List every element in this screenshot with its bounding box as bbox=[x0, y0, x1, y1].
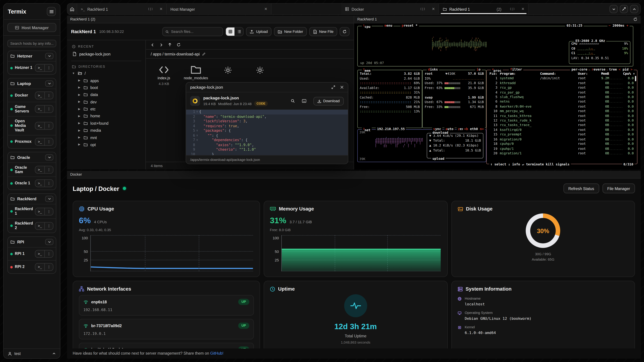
host-menu-button[interactable]: ⋮ bbox=[44, 222, 53, 229]
group-header[interactable]: Laptop bbox=[8, 78, 56, 89]
host-manager-button[interactable]: Host Manager bbox=[8, 23, 56, 32]
process-row[interactable]: 6netnsroot0B.........0.0 bbox=[487, 99, 637, 104]
open-terminal-button[interactable]: >_ bbox=[36, 106, 44, 113]
refresh-files-button[interactable] bbox=[340, 27, 350, 36]
tab-racknerd-1[interactable]: >_RackNerd 1⟨|⟩✕ bbox=[77, 4, 167, 14]
process-row[interactable]: 1systemd/sbin/initroot9.2M.........0.0 bbox=[487, 76, 637, 81]
code-preview[interactable]: 1∨{2 "name": "termix-download-api",3 "lo… bbox=[186, 110, 348, 155]
group-header[interactable]: Hetzner bbox=[8, 51, 56, 61]
host-row[interactable]: RPI 1>_⋮ bbox=[8, 247, 56, 260]
host-row[interactable]: Proxmox>_⋮ bbox=[8, 135, 56, 148]
refresh-icon[interactable] bbox=[176, 43, 180, 47]
group-header[interactable]: RackNerd bbox=[8, 194, 56, 204]
expand-modal-button[interactable] bbox=[332, 85, 335, 89]
tree-item-etc[interactable]: ▶etc bbox=[67, 105, 146, 113]
process-row[interactable]: 18cpuhp/0root0B.........0.0 bbox=[487, 142, 637, 146]
host-menu-button[interactable]: ⋮ bbox=[44, 264, 53, 271]
process-row[interactable]: 3rcu_gproot0B.........0.0 bbox=[487, 85, 637, 90]
tree-item-apps[interactable]: ▶apps bbox=[67, 77, 146, 84]
grid-view-button[interactable] bbox=[226, 27, 234, 36]
open-terminal-button[interactable]: >_ bbox=[36, 138, 44, 145]
new-file-button[interactable]: New File bbox=[309, 27, 337, 36]
process-row[interactable]: 10mm_percpu_wqroot0B.........0.0 bbox=[487, 109, 637, 114]
open-terminal-button[interactable]: >_ bbox=[36, 92, 44, 99]
host-menu-button[interactable]: ⋮ bbox=[44, 138, 53, 145]
group-collapse-button[interactable] bbox=[45, 53, 53, 59]
tree-item-data[interactable]: ▶data bbox=[67, 91, 146, 98]
process-row[interactable]: 14ksoftirqd/0root0B.........0.0 bbox=[487, 128, 637, 132]
host-row[interactable]: Docker>_⋮ bbox=[8, 89, 56, 102]
host-menu-button[interactable]: ⋮ bbox=[44, 106, 53, 113]
host-row[interactable]: Oracle Sam>_⋮ bbox=[8, 162, 56, 177]
back-icon[interactable] bbox=[151, 43, 154, 46]
open-terminal-button[interactable]: >_ bbox=[36, 166, 44, 173]
open-terminal-button[interactable]: >_ bbox=[36, 264, 44, 271]
host-search-input[interactable] bbox=[8, 40, 56, 47]
process-row[interactable]: 2kthreaddroot0B.........0.0 bbox=[487, 81, 637, 85]
process-row[interactable]: 11rcu_tasks_kthrearoot0B.........0.0 bbox=[487, 114, 637, 118]
fold-arrow-icon[interactable]: ∨ bbox=[195, 110, 199, 114]
fold-arrow-icon[interactable]: ∨ bbox=[195, 138, 199, 143]
interface-br-73718f7a09d2[interactable]: br-73718f7a09d2UP172.19.0.1 bbox=[79, 319, 254, 339]
host-row[interactable]: Game Servers>_⋮ bbox=[8, 102, 56, 116]
process-row[interactable]: 4rcu_par_gproot0B.........0.0 bbox=[487, 90, 637, 95]
list-view-button[interactable] bbox=[234, 27, 243, 36]
open-terminal-button[interactable]: >_ bbox=[36, 180, 44, 187]
tab-host-manager[interactable]: Host Manager✕ bbox=[167, 4, 271, 14]
group-collapse-button[interactable] bbox=[45, 239, 53, 245]
file-item-index.js[interactable]: index.js4.3 KB bbox=[153, 65, 174, 86]
tree-item-mnt[interactable]: ▶mnt bbox=[67, 134, 146, 141]
tree-root[interactable]: ▼/ bbox=[67, 70, 146, 77]
open-terminal-button[interactable]: >_ bbox=[36, 122, 44, 129]
host-row[interactable]: RackNerd 1>_⋮ bbox=[8, 204, 56, 218]
group-collapse-button[interactable] bbox=[45, 80, 53, 87]
refresh-status-button[interactable]: Refresh Status bbox=[563, 184, 599, 193]
host-row[interactable]: RPI 2>_⋮ bbox=[8, 260, 56, 273]
process-row[interactable]: 16migration/0root0B.........0.0 bbox=[487, 137, 637, 142]
open-terminal-button[interactable]: >_ bbox=[36, 222, 44, 229]
open-terminal-button[interactable]: >_ bbox=[36, 250, 44, 257]
proc-scrollbar[interactable] bbox=[635, 76, 636, 81]
sidebar-menu-button[interactable] bbox=[47, 7, 56, 16]
process-row[interactable]: 20migration/1root0B.........0.0 bbox=[487, 151, 637, 156]
up-icon[interactable] bbox=[168, 43, 172, 47]
file-search[interactable] bbox=[162, 27, 223, 36]
host-row[interactable]: Open Media Vault>_⋮ bbox=[8, 116, 56, 135]
split-tab-icon[interactable]: ⟨|⟩ bbox=[148, 7, 153, 11]
quick-launch-button[interactable] bbox=[620, 5, 628, 13]
split-tab-icon[interactable]: ⟨|⟩ bbox=[510, 7, 515, 11]
process-row[interactable]: 15rcu_preemptroot0B.........0.0 bbox=[487, 132, 637, 137]
split-tab-icon[interactable]: ⟨|⟩ bbox=[420, 7, 425, 11]
tree-item-home[interactable]: ▶home bbox=[67, 113, 146, 120]
tree-item-boot[interactable]: ▶boot bbox=[67, 84, 146, 91]
forward-icon[interactable] bbox=[159, 43, 163, 46]
editor-mode-button[interactable] bbox=[302, 99, 306, 103]
process-row[interactable]: 19cpuhp/1root0B.........0.0 bbox=[487, 146, 637, 151]
host-row[interactable]: RackNerd 2>_⋮ bbox=[8, 219, 56, 233]
process-row[interactable]: 5slub_flushwqroot0B.........0.0 bbox=[487, 95, 637, 99]
close-tab-icon[interactable]: ✕ bbox=[160, 7, 162, 11]
tab-docker[interactable]: Docker⟨|⟩✕ bbox=[341, 4, 439, 14]
breadcrumb[interactable]: / apps / termix-download-api bbox=[151, 52, 200, 56]
docker-file-manager-button[interactable]: File Manager bbox=[602, 184, 635, 193]
fold-arrow-icon[interactable]: ∨ bbox=[195, 133, 199, 138]
close-tab-icon[interactable]: ✕ bbox=[522, 7, 524, 11]
open-terminal-button[interactable]: >_ bbox=[36, 208, 44, 215]
close-tab-icon[interactable]: ✕ bbox=[432, 7, 435, 11]
reconnect-icon[interactable] bbox=[633, 17, 637, 21]
code-search-button[interactable] bbox=[291, 99, 295, 103]
host-menu-button[interactable]: ⋮ bbox=[44, 122, 53, 129]
new-folder-button[interactable]: New Folder bbox=[274, 27, 307, 36]
fold-arrow-icon[interactable]: ∨ bbox=[195, 129, 199, 133]
tab-scroll-down-button[interactable] bbox=[610, 5, 618, 13]
close-tab-icon[interactable]: ✕ bbox=[264, 7, 267, 11]
download-button[interactable]: Download bbox=[313, 97, 344, 105]
interface-enp6s18[interactable]: enp6s18UP192.168.68.11 bbox=[79, 295, 254, 316]
edit-path-icon[interactable] bbox=[202, 52, 206, 56]
tree-item-media[interactable]: ▶media bbox=[67, 127, 146, 134]
host-menu-button[interactable]: ⋮ bbox=[44, 250, 53, 257]
tree-item-lost+found[interactable]: ▶lost+found bbox=[67, 120, 146, 127]
open-terminal-button[interactable]: >_ bbox=[36, 64, 44, 71]
file-item[interactable] bbox=[250, 65, 271, 77]
host-menu-button[interactable]: ⋮ bbox=[44, 180, 53, 187]
